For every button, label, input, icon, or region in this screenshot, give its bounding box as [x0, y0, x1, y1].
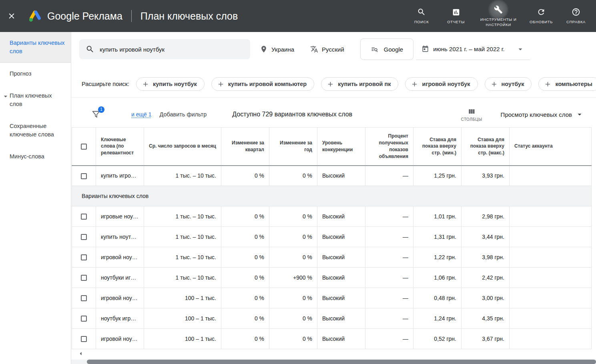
keyword-search-box[interactable] [79, 39, 250, 59]
account-status-cell [510, 329, 592, 349]
calendar-icon [421, 45, 429, 53]
row-checkbox[interactable] [81, 295, 87, 301]
keyword-cell: игровой ноу… [96, 329, 144, 349]
close-button[interactable] [0, 0, 23, 32]
sidebar: Варианты ключевых слов Прогноз План ключ… [0, 32, 71, 364]
page-title: План ключевых слов [140, 10, 238, 22]
bid-low-cell: 1,06 грн. [413, 268, 462, 288]
quarter-change-cell: 0 % [221, 288, 269, 308]
bid-low-cell: 0,52 грн. [413, 329, 462, 349]
suggestion-chip-label: компьютеры [555, 81, 592, 87]
col-header-keyword[interactable]: Ключевые слова (по релевантност [96, 128, 144, 166]
add-filter-button[interactable]: Добавить фильтр [159, 111, 207, 118]
sidebar-item[interactable]: Минус-слова [0, 146, 71, 168]
checkbox-cell [72, 166, 96, 186]
suggestion-chip[interactable]: игровой ноутбук [405, 77, 478, 91]
row-checkbox[interactable] [81, 316, 87, 322]
checkbox-cell [72, 247, 96, 268]
col-header-quarter-change[interactable]: Изменение за квартал [221, 128, 269, 166]
suggestion-chip[interactable]: купить игровой компьютер [211, 77, 314, 91]
section-label: Варианты ключевых слов [72, 186, 592, 206]
quarter-change-cell: 0 % [221, 206, 269, 227]
sidebar-item-label: Прогноз [10, 70, 31, 77]
topbar-help-button[interactable]: СПРАВКА [565, 7, 587, 24]
tools-icon [494, 5, 503, 14]
row-checkbox[interactable] [81, 336, 87, 342]
bid-high-cell: 3,44 грн. [462, 227, 510, 247]
suggestion-chip[interactable]: купить ноутбук [136, 77, 205, 91]
volume-cell: 100 – 1 тыс. [144, 308, 221, 329]
columns-button[interactable]: СТОЛБЦЫ [461, 108, 482, 122]
col-header-volume[interactable]: Ср. число запросов в месяц [144, 128, 221, 166]
collapse-left-arrow[interactable] [77, 350, 85, 358]
sidebar-item[interactable]: Сохраненные ключевые слова [0, 115, 71, 146]
topbar-actions: ПОИСК ОТЧЕТЫ ИНСТРУМЕНТЫ И НАСТРОЙКИ ОБН… [410, 5, 596, 27]
competition-cell: Высокий [317, 227, 365, 247]
keyword-table: Ключевые слова (по релевантност Ср. числ… [72, 127, 592, 349]
bid-low-cell: 1,25 грн. [413, 166, 462, 186]
location-pin-icon [260, 45, 268, 53]
keyword-row: купить игро… 1 тыс. – 10 тыс. 0 % 0 % Вы… [72, 166, 592, 186]
date-range-value: июнь 2021 г. – май 2022 г. [433, 46, 504, 52]
location-value: Украина [271, 46, 294, 53]
topbar-refresh-button[interactable]: ОБНОВИТЬ [530, 7, 553, 24]
keyword-row: ноутбуки иг… 1 тыс. – 10 тыс. 0 % +900 %… [72, 268, 592, 288]
volume-cell: 1 тыс. – 10 тыс. [144, 166, 221, 186]
competition-cell: Высокий [317, 206, 365, 227]
quarter-change-cell: 0 % [221, 268, 269, 288]
bid-high-cell: 3,98 грн. [462, 247, 510, 268]
sidebar-item[interactable]: Варианты ключевых слов [0, 32, 71, 63]
competition-cell: Высокий [317, 166, 365, 186]
keyword-row: игровые ноу… 1 тыс. – 10 тыс. 0 % 0 % Вы… [72, 206, 592, 227]
year-change-cell: 0 % [269, 247, 317, 268]
impression-share-cell: — [365, 206, 413, 227]
google-ads-logo [28, 10, 42, 22]
row-checkbox[interactable] [81, 173, 87, 179]
more-filters-link[interactable]: и ещё 1 [131, 111, 151, 118]
keyword-cell: игровой ноу… [96, 247, 144, 268]
row-checkbox[interactable] [81, 254, 87, 260]
competition-cell: Высокий [317, 329, 365, 349]
topbar-search-button[interactable]: ПОИСК [410, 7, 433, 24]
suggestion-chip[interactable]: компьютеры [538, 77, 596, 91]
filter-button[interactable]: 1 [91, 110, 101, 119]
sidebar-item[interactable]: Прогноз [0, 63, 71, 85]
keyword-row: игровой ноу… 1 тыс. – 10 тыс. 0 % 0 % Вы… [72, 247, 592, 268]
sidebar-item-label: Сохраненные ключевые слова [10, 123, 54, 138]
select-all-header [72, 128, 96, 166]
suggestion-chip[interactable]: купить игровой пк [321, 77, 398, 91]
sidebar-item-label: Варианты ключевых слов [10, 40, 65, 54]
filter-bar: 1 и ещё 1 Добавить фильтр Доступно 729 в… [71, 102, 596, 127]
row-checkbox[interactable] [81, 275, 87, 281]
keyword-search-input[interactable] [100, 46, 244, 53]
keyword-row: игровой ноу… 100 – 1 тыс. 0 % 0 % Высоки… [72, 329, 592, 349]
col-header-bid-high[interactable]: Ставка для показа вверху стр. (макс.) [462, 128, 510, 166]
date-range-selector[interactable]: июнь 2021 г. – май 2022 г. [416, 38, 530, 60]
col-header-bid-low[interactable]: Ставка для показа вверху стр. (мин.) [413, 128, 462, 166]
suggestion-chip-label: купить ноутбук [153, 81, 197, 87]
location-selector[interactable]: Украина [260, 45, 294, 53]
sidebar-item[interactable]: План ключевых слов [0, 85, 71, 115]
col-header-year-change[interactable]: Изменение за год [269, 128, 317, 166]
network-value: Google [384, 46, 403, 53]
suggestion-chip-label: купить игровой компьютер [228, 81, 307, 87]
col-header-impression-share[interactable]: Процент полученных показов объявления [365, 128, 413, 166]
view-keywords-dropdown[interactable]: Просмотр ключевых слов [501, 110, 584, 119]
col-header-competition[interactable]: Уровень конкуренции [317, 128, 365, 166]
impression-share-cell: — [365, 227, 413, 247]
keyword-cell: ноутбук игр… [96, 308, 144, 329]
row-checkbox[interactable] [81, 214, 87, 220]
select-all-checkbox[interactable] [81, 144, 87, 150]
volume-cell: 1 тыс. – 10 тыс. [144, 268, 221, 288]
bid-high-cell: 4,35 грн. [462, 308, 510, 329]
row-checkbox[interactable] [81, 234, 87, 240]
network-selector[interactable]: Google [360, 38, 413, 60]
topbar-tools-button[interactable]: ИНСТРУМЕНТЫ И НАСТРОЙКИ [479, 5, 518, 27]
columns-label: СТОЛБЦЫ [461, 117, 482, 122]
language-selector[interactable]: Русский [310, 45, 344, 53]
col-header-account-status[interactable]: Статус аккаунта [510, 128, 592, 166]
topbar-reports-button[interactable]: ОТЧЕТЫ [445, 7, 467, 24]
chevron-down-icon[interactable] [2, 92, 10, 100]
suggestion-chip[interactable]: ноутбук [485, 77, 532, 91]
horizontal-scrollbar-thumb[interactable] [87, 360, 596, 364]
